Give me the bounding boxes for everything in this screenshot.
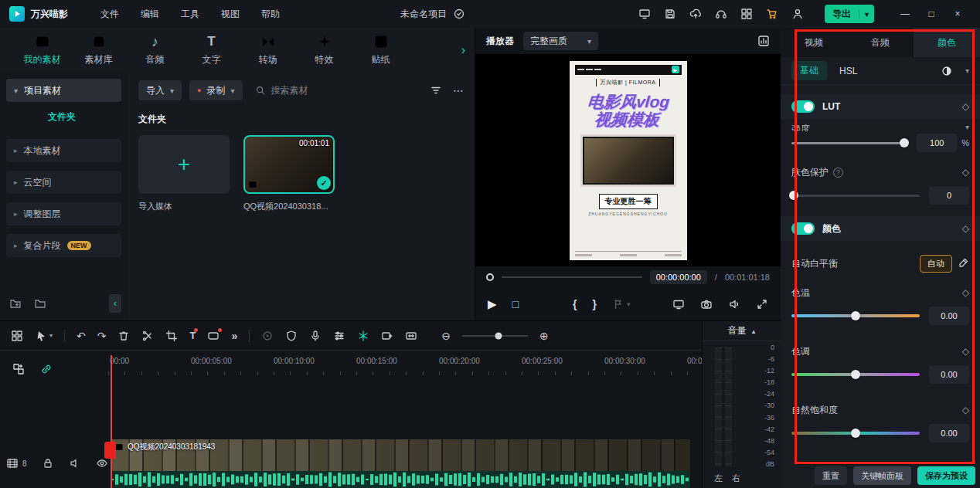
cloud-upload-icon[interactable] [689, 8, 702, 20]
tab-video[interactable]: 视频 [781, 28, 847, 57]
import-media-tile[interactable]: + [138, 135, 230, 194]
hide-track-eye-icon[interactable] [96, 457, 108, 469]
tab-stickers[interactable]: 贴纸 [352, 34, 409, 66]
timeline-video-clip[interactable]: QQ视频20240303181943 [111, 439, 690, 488]
tint-keyframe-diamond-icon[interactable]: ◇ [962, 346, 969, 357]
mark-out-button[interactable]: } [592, 298, 596, 310]
track-film-icon[interactable] [6, 457, 19, 469]
tint-slider-handle[interactable] [851, 370, 860, 379]
save-preset-button[interactable]: 保存为预设 [917, 466, 975, 485]
filter-icon[interactable] [430, 84, 442, 97]
second-screen-icon[interactable] [672, 298, 685, 310]
tab-audio-props[interactable]: 音频 [847, 28, 914, 57]
skin-keyframe-diamond-icon[interactable]: ◇ [962, 167, 969, 178]
redo-button[interactable]: ↷ [97, 330, 107, 342]
export-button[interactable]: 导出 ▾ [825, 5, 874, 23]
marker-flag-button[interactable]: ▾ [612, 298, 631, 310]
speaker-icon[interactable] [728, 298, 740, 310]
seek-handle[interactable] [486, 273, 494, 281]
strength-slider-handle[interactable] [900, 138, 909, 147]
color-keyframe-diamond-icon[interactable]: ◇ [962, 223, 969, 234]
new-folder-icon[interactable] [9, 297, 22, 310]
seek-bar[interactable] [502, 276, 642, 278]
support-headset-icon[interactable] [715, 8, 727, 20]
sidebar-item-cloud[interactable]: ▸ 云空间 [6, 171, 121, 194]
keyframe-panel-button[interactable]: 关键帧面板 [853, 466, 911, 485]
strength-value[interactable]: 100 [917, 134, 957, 152]
vibrance-slider[interactable] [791, 432, 920, 435]
close-button[interactable]: × [944, 8, 971, 19]
caret-down-icon[interactable]: ▾ [965, 66, 969, 75]
skin-slider-handle[interactable] [789, 191, 798, 200]
save-icon[interactable] [664, 8, 676, 20]
vibrance-slider-handle[interactable] [851, 429, 860, 438]
maximize-button[interactable]: □ [918, 8, 944, 19]
temperature-keyframe-diamond-icon[interactable]: ◇ [962, 287, 969, 298]
vibrance-keyframe-diamond-icon[interactable]: ◇ [962, 405, 969, 415]
voiceover-mic-icon[interactable] [309, 330, 322, 342]
section-collapse-caret-icon[interactable]: ▾ [965, 123, 969, 131]
shield-safezone-icon[interactable] [285, 330, 298, 342]
eyedropper-icon[interactable] [957, 257, 969, 269]
mute-track-icon[interactable] [69, 457, 81, 469]
mask-tool-button[interactable] [207, 330, 219, 342]
playback-quality-select[interactable]: 完整画质 ▾ [523, 32, 598, 50]
lut-toggle[interactable] [791, 100, 815, 113]
temperature-value[interactable]: 0.00 [929, 307, 969, 325]
tab-transitions[interactable]: 转场 [240, 34, 296, 66]
menu-tools[interactable]: 工具 [170, 8, 210, 21]
media-blocks-icon[interactable] [11, 330, 23, 342]
histogram-scope-icon[interactable] [757, 35, 770, 47]
folder-icon[interactable] [34, 297, 46, 310]
tint-value[interactable]: 0.00 [929, 365, 969, 384]
fullscreen-icon[interactable] [756, 298, 768, 310]
strength-slider[interactable] [791, 142, 907, 144]
account-icon[interactable] [791, 8, 804, 20]
record-button[interactable]: ● 录制 ▾ [189, 80, 242, 100]
zoom-slider[interactable] [462, 335, 528, 337]
temperature-slider[interactable] [791, 314, 920, 317]
sidebar-item-project-media[interactable]: ▾ 项目素材 [6, 79, 121, 102]
tab-stock-library[interactable]: 素材库 [70, 34, 127, 66]
minimize-button[interactable]: — [892, 8, 918, 19]
crop-icon[interactable] [165, 330, 178, 342]
sidebar-item-compound-clip[interactable]: ▸ 复合片段 NEW [6, 234, 121, 257]
split-scissors-icon[interactable] [141, 330, 154, 342]
tab-text[interactable]: T 文字 [183, 34, 240, 66]
menu-edit[interactable]: 编辑 [130, 8, 170, 21]
zoom-in-icon[interactable]: ⊕ [539, 330, 549, 342]
sidebar-item-local-media[interactable]: ▸ 本地素材 [6, 139, 121, 162]
tab-audio[interactable]: ♪ 音频 [127, 34, 183, 66]
workspace-layout-icon[interactable] [740, 8, 753, 20]
sidebar-item-folder[interactable]: 文件夹 [6, 102, 121, 130]
preview-stage[interactable]: ▶ 万兴喵影 | FILMORA 电影风vlog 视频模板 专业更胜一筹 ZHU… [475, 54, 781, 266]
display-settings-icon[interactable] [638, 8, 651, 20]
import-button[interactable]: 导入 ▾ [138, 80, 182, 100]
fit-timeline-icon[interactable] [405, 330, 417, 342]
store-cart-icon[interactable] [766, 8, 778, 20]
lock-track-icon[interactable] [42, 457, 54, 469]
add-track-icon[interactable] [12, 363, 25, 375]
audio-mixer-icon[interactable] [333, 330, 345, 342]
temperature-slider-handle[interactable] [851, 311, 860, 320]
export-dropdown-caret-icon[interactable]: ▾ [859, 10, 874, 19]
snapshot-camera-icon[interactable] [700, 298, 713, 310]
subtab-basic[interactable]: 基础 [791, 61, 827, 80]
timeline-ruler[interactable]: 00:00 00:00:05:00 00:00:10:00 00:00:15:0… [108, 355, 702, 375]
select-tool-button[interactable]: ▾ [35, 330, 53, 342]
zoom-slider-handle[interactable] [495, 332, 502, 339]
motion-tracking-icon[interactable] [261, 330, 274, 342]
more-tools-icon[interactable]: » [231, 330, 237, 342]
subtab-hsl[interactable]: HSL [839, 66, 857, 76]
stop-button[interactable]: □ [512, 298, 519, 310]
compare-half-circle-icon[interactable] [941, 65, 953, 77]
sidebar-item-adjustment-layer[interactable]: ▸ 调整图层 [6, 202, 121, 225]
auto-white-balance-button[interactable]: 自动 [920, 255, 952, 273]
mark-in-button[interactable]: { [573, 298, 577, 310]
playhead-handle[interactable] [104, 442, 116, 459]
playhead[interactable] [111, 355, 112, 488]
menu-file[interactable]: 文件 [90, 8, 130, 21]
tab-my-media[interactable]: 我的素材 [14, 34, 70, 66]
tab-effects[interactable]: 特效 [296, 34, 352, 66]
tab-color[interactable]: 颜色 [914, 28, 980, 57]
